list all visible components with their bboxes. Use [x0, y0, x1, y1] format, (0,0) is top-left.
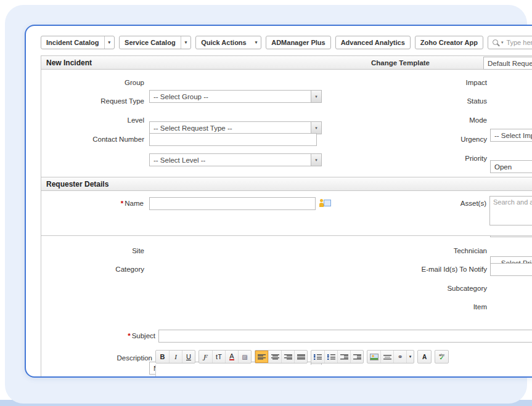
indent-icon: [353, 354, 361, 360]
chevron-down-icon[interactable]: [252, 36, 261, 49]
urgency-label: Urgency: [395, 133, 487, 146]
font-color-button[interactable]: A: [229, 353, 234, 360]
unordered-list-button[interactable]: [324, 351, 337, 363]
name-label: *Name: [51, 197, 144, 210]
contact-number-label: Contact Number: [52, 133, 144, 146]
subject-input[interactable]: [158, 330, 532, 343]
align-right-button[interactable]: [281, 351, 294, 363]
mode-label: Mode: [395, 114, 487, 127]
new-incident-header: New Incident Change Template Default Req…: [41, 56, 532, 70]
insert-link-button[interactable]: ⚭: [393, 351, 406, 363]
highlight-color-button[interactable]: ▨: [238, 351, 251, 363]
align-right-icon: [284, 354, 292, 360]
italic-button[interactable]: I: [169, 351, 182, 363]
group-select[interactable]: -- Select Group --: [149, 90, 322, 103]
dropdown-arrow-icon[interactable]: [311, 122, 321, 134]
incident-catalog-button[interactable]: Incident Catalog: [41, 36, 115, 49]
underline-button[interactable]: U: [182, 351, 195, 363]
search-icon: [493, 39, 498, 45]
insert-image-button[interactable]: [367, 351, 380, 363]
quick-actions-label: Quick Actions: [196, 39, 252, 46]
requester-details-section: Requester Details *Name Asset(s): [41, 177, 532, 236]
level-select[interactable]: -- Select Level --: [149, 153, 322, 166]
image-icon: [370, 354, 379, 360]
item-label: Item: [395, 301, 487, 314]
justify-icon: [297, 354, 305, 360]
ordered-list-button[interactable]: [311, 351, 324, 363]
chevron-down-icon[interactable]: [104, 36, 115, 49]
remove-format-button[interactable]: A: [418, 351, 431, 363]
dropdown-arrow-icon[interactable]: [311, 154, 321, 166]
description-editor-area[interactable]: [155, 365, 532, 376]
link-options-caret-icon[interactable]: [406, 351, 414, 363]
requester-details-header: Requester Details: [41, 177, 532, 191]
advanced-analytics-button[interactable]: Advanced Analytics: [335, 36, 411, 49]
group-label: Group: [52, 76, 144, 89]
font-name-button[interactable]: Ƒ: [199, 351, 212, 363]
zoho-creator-app-label: Zoho Creator App: [415, 39, 483, 46]
required-marker: *: [121, 200, 123, 207]
outdent-icon: [340, 354, 348, 360]
impact-label: Impact: [395, 76, 487, 89]
category-label: Category: [52, 263, 144, 276]
align-left-icon: [258, 354, 266, 360]
chevron-down-icon[interactable]: [181, 36, 191, 49]
bold-button[interactable]: B: [156, 351, 169, 363]
priority-label: Priority: [395, 152, 487, 165]
admanager-plus-button[interactable]: ADManager Plus: [266, 36, 330, 49]
align-left-button[interactable]: [255, 351, 268, 363]
assets-label: Asset(s): [394, 197, 486, 210]
email-notify-label: E-mail Id(s) To Notify: [395, 263, 487, 276]
top-toolbar: Incident Catalog Service Catalog Quick A…: [41, 35, 532, 49]
justify-button[interactable]: [294, 351, 307, 363]
status-label: Status: [395, 95, 487, 108]
incident-catalog-label: Incident Catalog: [41, 39, 104, 46]
advanced-analytics-label: Advanced Analytics: [336, 39, 410, 46]
rich-text-toolbar: B I U Ƒ tT A ▨: [155, 350, 449, 363]
service-catalog-label: Service Catalog: [120, 39, 181, 46]
required-marker: *: [128, 332, 130, 339]
spellcheck-button[interactable]: abc ✓: [435, 351, 448, 363]
global-search[interactable]: [488, 36, 532, 49]
zoho-creator-app-button[interactable]: Zoho Creator App: [415, 36, 483, 49]
search-scope-caret-icon[interactable]: [501, 40, 504, 45]
request-type-select[interactable]: -- Select Request Type --: [149, 121, 322, 134]
admanager-plus-label: ADManager Plus: [266, 39, 330, 46]
contact-number-input[interactable]: [149, 133, 317, 146]
level-label: Level: [52, 114, 144, 127]
page-title: New Incident: [41, 59, 92, 67]
service-catalog-button[interactable]: Service Catalog: [119, 36, 191, 49]
assets-search-input[interactable]: [489, 196, 532, 225]
technician-label: Technician: [395, 245, 487, 258]
align-center-icon: [271, 354, 279, 360]
description-label: Description: [60, 352, 152, 365]
requester-details-title: Requester Details: [41, 180, 108, 189]
impact-select[interactable]: -- Select Impact --: [490, 129, 532, 142]
indent-button[interactable]: [350, 351, 363, 363]
outdent-button[interactable]: [337, 351, 350, 363]
app-window: Incident Catalog Service Catalog Quick A…: [25, 25, 532, 378]
subcategory-label: Subcategory: [395, 282, 487, 295]
horizontal-rule-icon: [383, 354, 391, 360]
change-template-label: Change Template: [371, 56, 430, 70]
quick-actions-button[interactable]: Quick Actions: [195, 36, 261, 49]
dropdown-arrow-icon[interactable]: [311, 91, 321, 102]
new-incident-form: New Incident Change Template Default Req…: [41, 55, 532, 376]
site-label: Site: [52, 245, 144, 258]
request-type-label: Request Type: [52, 95, 144, 108]
subject-label: *Subject: [63, 330, 155, 343]
ordered-list-icon: [314, 354, 322, 360]
unordered-list-icon: [327, 354, 335, 360]
spellcheck-icon: abc ✓: [439, 353, 444, 361]
requester-name-input[interactable]: [149, 197, 316, 210]
font-size-button[interactable]: tT: [212, 351, 225, 363]
align-center-button[interactable]: [268, 351, 281, 363]
change-template-select[interactable]: Default Request: [483, 57, 532, 70]
change-template-value: Default Request: [488, 60, 532, 67]
select-requester-icon[interactable]: [319, 199, 331, 208]
search-input[interactable]: [506, 39, 532, 46]
insert-hr-button[interactable]: [380, 351, 393, 363]
email-notify-input[interactable]: [490, 263, 532, 276]
status-select[interactable]: Open: [490, 160, 532, 173]
